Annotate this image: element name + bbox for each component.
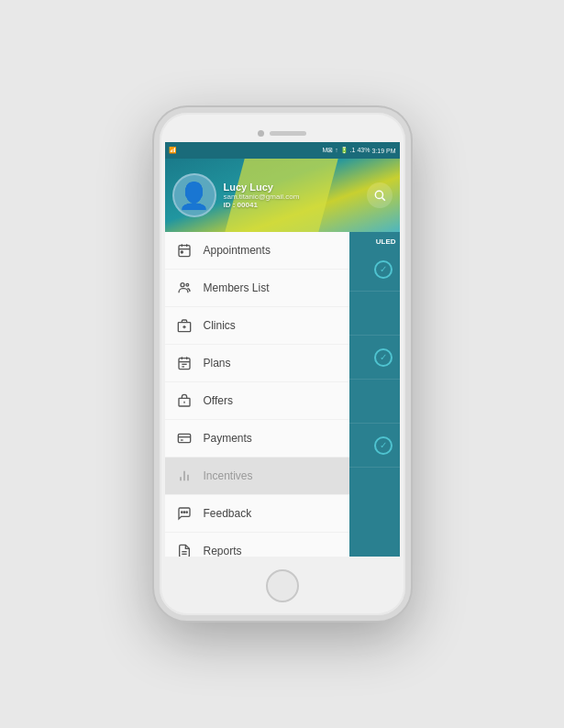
user-info: Lucy Lucy sam.titanic@gmail.com ID : 000… (224, 182, 300, 209)
sidebar-item-offers[interactable]: Offers (165, 382, 349, 420)
sidebar-item-appointments[interactable]: Appointments (165, 232, 349, 270)
status-time: 3:19 PM (371, 148, 395, 154)
avatar-icon: 👤 (178, 181, 210, 211)
payments-label: Payments (204, 432, 252, 445)
members-list-icon (174, 278, 194, 298)
clinics-icon (174, 315, 194, 336)
check-icon-3: ✓ (374, 436, 393, 455)
offers-icon (174, 391, 194, 411)
sidebar-item-feedback[interactable]: Feedback (165, 495, 349, 533)
svg-line-1 (382, 198, 384, 201)
members-list-label: Members List (204, 281, 270, 294)
phone-screen: 📶 M⊠ ↑ 🔋 .1 43% 3:19 PM 👤 Lucy Lucy sam.… (165, 142, 400, 557)
phone-top (160, 113, 405, 146)
status-signal: 📶 (169, 147, 177, 154)
feedback-label: Feedback (204, 507, 252, 520)
check-icon-1: ✓ (374, 260, 393, 279)
user-id: ID : 00041 (224, 201, 300, 209)
reports-icon (174, 541, 194, 557)
status-network: M⊠ ↑ 🔋 .1 43% (322, 147, 370, 154)
payments-icon (174, 428, 194, 448)
sidebar-item-members-list[interactable]: Members List (165, 270, 349, 307)
home-button[interactable] (266, 569, 299, 602)
svg-rect-2 (179, 246, 190, 257)
svg-point-8 (186, 283, 189, 286)
sidebar-item-plans[interactable]: Plans (165, 345, 349, 382)
check-icon-2: ✓ (374, 348, 393, 367)
sidebar-item-incentives[interactable]: Incentives (165, 458, 349, 495)
user-email: sam.titanic@gmail.com (224, 193, 300, 201)
status-left: 📶 (169, 147, 177, 154)
offers-label: Offers (204, 394, 233, 407)
incentives-label: Incentives (204, 469, 253, 482)
svg-point-28 (186, 512, 187, 513)
appointments-icon (174, 240, 194, 260)
svg-rect-12 (179, 358, 190, 370)
svg-point-7 (181, 283, 184, 287)
avatar: 👤 (172, 173, 216, 217)
user-name: Lucy Lucy (224, 182, 300, 193)
feedback-icon (174, 503, 194, 524)
sidebar-item-clinics[interactable]: Clinics (165, 307, 349, 345)
svg-rect-20 (178, 434, 190, 442)
header-section: 👤 Lucy Lucy sam.titanic@gmail.com ID : 0… (165, 159, 400, 232)
appointments-label: Appointments (204, 244, 271, 257)
phone-speaker (270, 131, 306, 136)
phone-camera (258, 130, 264, 137)
phone-bottom (160, 557, 405, 615)
search-icon (373, 189, 386, 202)
clinics-label: Clinics (204, 319, 236, 332)
reports-label: Reports (204, 545, 242, 557)
sidebar-item-payments[interactable]: Payments (165, 420, 349, 458)
navigation-menu: Appointments Members List (165, 232, 349, 557)
sidebar-item-reports[interactable]: Reports (165, 533, 349, 557)
search-button[interactable] (367, 182, 393, 208)
plans-icon (174, 353, 194, 373)
content-area: ULED ✓ ✓ ✓ (165, 232, 400, 557)
incentives-icon (174, 466, 194, 486)
svg-point-26 (181, 512, 182, 513)
plans-label: Plans (204, 357, 231, 370)
phone-frame: 📶 M⊠ ↑ 🔋 .1 43% 3:19 PM 👤 Lucy Lucy sam.… (154, 107, 411, 621)
status-right: M⊠ ↑ 🔋 .1 43% 3:19 PM (322, 147, 395, 154)
svg-point-6 (181, 251, 182, 253)
svg-point-0 (375, 191, 382, 198)
svg-point-27 (183, 512, 184, 513)
